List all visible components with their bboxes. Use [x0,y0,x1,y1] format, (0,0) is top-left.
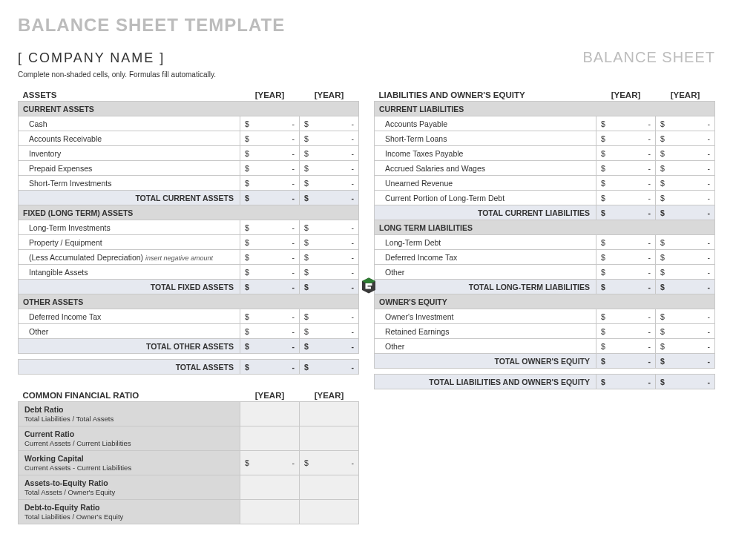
grand-total-cell: $- [300,360,359,375]
value-cell[interactable]: $- [596,309,656,324]
year-header[interactable]: [YEAR] [596,86,656,102]
value-cell[interactable]: $- [596,235,656,250]
value-cell[interactable]: $- [240,250,300,265]
ratios-table: COMMON FINANCIAL RATIO [YEAR] [YEAR] Deb… [18,386,359,524]
value-cell[interactable]: $- [240,265,300,280]
ratios-title: COMMON FINANCIAL RATIO [19,386,240,402]
value-cell[interactable]: $- [596,250,656,265]
value-cell[interactable]: $- [300,235,359,250]
total-current-assets-label: TOTAL CURRENT ASSETS [19,191,240,205]
ratio-value [300,426,359,451]
ratio-value [240,500,300,524]
value-cell[interactable]: $- [656,324,715,339]
line-item: Intangible Assets [19,265,240,280]
watermark-logo-icon [358,274,380,297]
value-cell[interactable]: $- [596,131,656,146]
line-item: Long-Term Debt [375,235,596,250]
total-cell: $- [240,339,300,354]
ratio-row: Current RatioCurrent Assets / Current Li… [19,426,240,451]
other-assets-header: OTHER ASSETS [19,294,359,309]
value-cell[interactable]: $- [596,191,656,205]
total-owners-equity-label: TOTAL OWNER'S EQUITY [375,354,596,369]
value-cell[interactable]: $- [300,176,359,191]
value-cell[interactable]: $- [240,235,300,250]
value-cell[interactable]: $- [656,146,715,161]
year-header[interactable]: [YEAR] [240,386,300,402]
instruction-text: Complete non-shaded cells, only. Formula… [18,70,715,79]
total-liabilities-equity-label: TOTAL LIABILITIES AND OWNER'S EQUITY [375,375,596,389]
value-cell[interactable]: $- [240,309,300,324]
total-cell: $- [596,354,656,369]
page-title: BALANCE SHEET TEMPLATE [18,15,715,36]
value-cell[interactable]: $- [596,146,656,161]
value-cell[interactable]: $- [300,116,359,131]
year-header[interactable]: [YEAR] [240,86,300,102]
value-cell[interactable]: $- [656,161,715,176]
total-cell: $- [596,205,656,220]
value-cell[interactable]: $- [300,324,359,339]
fixed-assets-header: FIXED (LONG TERM) ASSETS [19,205,359,220]
value-cell[interactable]: $- [300,220,359,235]
value-cell[interactable]: $- [596,324,656,339]
value-cell[interactable]: $- [656,339,715,354]
line-item: Property / Equipment [19,235,240,250]
year-header[interactable]: [YEAR] [300,86,359,102]
value-cell[interactable]: $- [656,191,715,205]
value-cell[interactable]: $- [300,131,359,146]
assets-table: ASSETS [YEAR] [YEAR] CURRENT ASSETS Cash… [18,86,359,375]
year-header[interactable]: [YEAR] [656,86,715,102]
grand-total-cell: $- [596,375,656,389]
value-cell[interactable]: $- [240,176,300,191]
year-header[interactable]: [YEAR] [300,386,359,402]
value-cell[interactable]: $- [656,250,715,265]
total-cell: $- [656,280,715,294]
value-cell[interactable]: $- [596,116,656,131]
document-type-label: BALANCE SHEET [582,49,715,66]
value-cell[interactable]: $- [300,161,359,176]
total-current-liabilities-label: TOTAL CURRENT LIABILITIES [375,205,596,220]
value-cell[interactable]: $- [240,146,300,161]
line-item: (Less Accumulated Depreciation) insert n… [19,250,240,265]
value-cell[interactable]: $- [596,265,656,280]
line-item: Unearned Revenue [375,176,596,191]
value-cell[interactable]: $- [656,131,715,146]
value-cell[interactable]: $- [300,309,359,324]
value-cell[interactable]: $- [656,235,715,250]
value-cell[interactable]: $- [656,309,715,324]
line-item: Long-Term Investments [19,220,240,235]
line-item: Other [375,265,596,280]
owners-equity-header: OWNER'S EQUITY [375,294,715,309]
line-item: Accounts Payable [375,116,596,131]
company-name[interactable]: [ COMPANY NAME ] [18,50,165,66]
value-cell[interactable]: $- [240,161,300,176]
total-cell: $- [240,280,300,294]
grand-total-cell: $- [240,360,300,375]
value-cell[interactable]: $- [656,116,715,131]
line-item: Inventory [19,146,240,161]
value-cell[interactable]: $- [656,176,715,191]
value-cell[interactable]: $- [300,250,359,265]
line-item: Prepaid Expenses [19,161,240,176]
line-item: Other [375,339,596,354]
value-cell[interactable]: $- [240,131,300,146]
line-item: Other [19,324,240,339]
value-cell[interactable]: $- [596,161,656,176]
ratio-row: Debt-to-Equity RatioTotal Liabilities / … [19,500,240,524]
value-cell[interactable]: $- [300,146,359,161]
value-cell[interactable]: $- [596,176,656,191]
line-item: Current Portion of Long-Term Debt [375,191,596,205]
total-cell: $- [656,354,715,369]
line-item: Deferred Income Tax [375,250,596,265]
value-cell[interactable]: $- [240,116,300,131]
value-cell[interactable]: $- [240,220,300,235]
value-cell[interactable]: $- [596,339,656,354]
value-cell[interactable]: $- [300,265,359,280]
ratio-value [240,475,300,500]
total-fixed-assets-label: TOTAL FIXED ASSETS [19,280,240,294]
value-cell[interactable]: $- [656,265,715,280]
line-item: Retained Earnings [375,324,596,339]
line-item: Income Taxes Payable [375,146,596,161]
value-cell[interactable]: $- [240,324,300,339]
ratio-row: Assets-to-Equity RatioTotal Assets / Own… [19,475,240,500]
line-item: Owner's Investment [375,309,596,324]
